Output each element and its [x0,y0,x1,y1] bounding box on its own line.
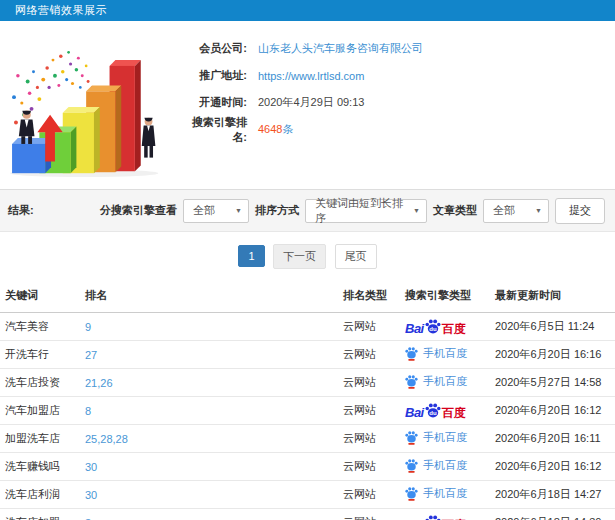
mobile-baidu-icon: 手机百度 [405,430,467,445]
keyword-cell: 洗车店投资 [0,369,80,397]
company-label: 会员公司: [182,41,247,56]
engine-cell: 手机百度 [400,425,490,453]
mobile-baidu-icon: 手机百度 [405,458,467,473]
baidu-paw-icon: du [425,402,441,420]
table-row: 加盟洗车店25,28,28云网站手机百度2020年6月20日 16:11 [0,425,615,453]
rank-type-cell: 云网站 [338,369,400,397]
rank-cell: 8 [80,397,338,425]
table-row: 洗车店投资21,26云网站手机百度2020年5月27日 14:58 [0,369,615,397]
updated-cell: 2020年6月18日 14:30 [490,509,615,520]
info-list: 会员公司: 山东老人头汽车服务咨询有限公司 推广地址: https://www.… [182,21,615,189]
rank-type-cell: 云网站 [338,481,400,509]
mobile-baidu-icon: 手机百度 [405,346,467,361]
info-row-open-time: 开通时间: 2020年4月29日 09:13 [182,89,615,116]
article-type-value: 全部 [493,203,515,218]
keyword-cell: 加盟洗车店 [0,425,80,453]
article-type-select[interactable]: 全部 ▼ [483,199,549,223]
engine-cell: Baidu百度 [400,313,490,341]
updated-cell: 2020年6月20日 16:12 [490,397,615,425]
svg-text:du: du [429,326,437,332]
table-row: 洗车店加盟3云网站Baidu百度2020年6月18日 14:30 [0,509,615,520]
table-row: 开洗车行27云网站手机百度2020年6月20日 16:16 [0,341,615,369]
engine-select-value: 全部 [193,203,215,218]
chevron-down-icon: ▼ [535,207,542,214]
baidu-paw-icon: du [425,318,441,336]
header-engine: 搜索引擎类型 [400,279,490,313]
table-row: 洗车店利润30云网站手机百度2020年6月18日 14:27 [0,481,615,509]
page-1-button[interactable]: 1 [238,245,264,267]
table-row: 汽车美容9云网站Baidu百度2020年6月5日 11:24 [0,313,615,341]
engine-cell: 手机百度 [400,481,490,509]
engine-cell: 手机百度 [400,369,490,397]
info-row-company: 会员公司: 山东老人头汽车服务咨询有限公司 [182,35,615,62]
mobile-baidu-icon: 手机百度 [405,486,467,501]
header-keyword: 关键词 [0,279,80,313]
table-row: 汽车加盟店8云网站Baidu百度2020年6月20日 16:12 [0,397,615,425]
baidu-logo: Baidu百度 [405,318,466,335]
company-link[interactable]: 山东老人头汽车服务咨询有限公司 [258,41,423,56]
rank-cell: 9 [80,313,338,341]
table-row: 洗车赚钱吗30云网站手机百度2020年6月20日 16:12 [0,453,615,481]
sort-select[interactable]: 关键词由短到长排序 ▼ [305,199,427,223]
submit-button[interactable]: 提交 [555,198,605,224]
last-page-button[interactable]: 尾页 [335,244,377,269]
results-table-head: 关键词 排名 排名类型 搜索引擎类型 最新更新时间 [0,279,615,313]
keyword-cell: 洗车店利润 [0,481,80,509]
rank-link[interactable]: 3 [85,517,91,520]
growth-chart-illustration [0,21,182,181]
results-table: 关键词 排名 排名类型 搜索引擎类型 最新更新时间 汽车美容9云网站Baidu百… [0,279,615,520]
rank-type-cell: 云网站 [338,425,400,453]
header-updated: 最新更新时间 [490,279,615,313]
updated-cell: 2020年6月20日 16:12 [490,453,615,481]
baidu-logo: Baidu百度 [405,514,466,520]
mobile-baidu-icon: 手机百度 [405,374,467,389]
open-time-value: 2020年4月29日 09:13 [258,95,364,110]
sort-select-value: 关键词由短到长排序 [315,196,405,226]
engine-cell: 手机百度 [400,341,490,369]
keyword-cell: 洗车店加盟 [0,509,80,520]
engine-select[interactable]: 全部 ▼ [183,199,249,223]
result-label: 结果: [8,203,34,218]
rank-link[interactable]: 8 [85,405,91,417]
ranking-count: 4648条 [258,122,293,137]
keyword-cell: 洗车赚钱吗 [0,453,80,481]
header-rank: 排名 [80,279,338,313]
rank-link[interactable]: 30 [85,489,97,501]
page-title: 网络营销效果展示 [15,4,107,16]
sort-filter-label: 排序方式 [255,203,299,218]
info-row-ranking: 搜索引擎排名: 4648条 [182,116,615,143]
ranking-label: 搜索引擎排名: [182,115,247,145]
rank-link[interactable]: 25,28,28 [85,433,128,445]
next-page-button[interactable]: 下一页 [273,244,326,269]
rank-cell: 21,26 [80,369,338,397]
rank-cell: 30 [80,453,338,481]
engine-cell: Baidu百度 [400,509,490,520]
rank-cell: 30 [80,481,338,509]
pagination: 1 下一页 尾页 [0,232,615,279]
page: 网络营销效果展示 [0,0,615,520]
results-bar: 结果: 分搜索引擎查看 全部 ▼ 排序方式 关键词由短到长排序 ▼ 文章类型 全… [0,189,615,232]
info-row-url: 推广地址: https://www.lrtlsd.com [182,62,615,89]
rank-link[interactable]: 27 [85,349,97,361]
rank-type-cell: 云网站 [338,397,400,425]
engine-cell: Baidu百度 [400,397,490,425]
rank-link[interactable]: 21,26 [85,377,113,389]
engine-filter-label: 分搜索引擎查看 [100,203,177,218]
rank-cell: 27 [80,341,338,369]
filter-group: 分搜索引擎查看 全部 ▼ 排序方式 关键词由短到长排序 ▼ 文章类型 全部 ▼ … [100,198,605,224]
rank-link[interactable]: 9 [85,321,91,333]
baidu-logo: Baidu百度 [405,402,466,419]
chevron-down-icon: ▼ [413,207,420,214]
promo-url-label: 推广地址: [182,68,247,83]
rank-type-cell: 云网站 [338,341,400,369]
article-type-label: 文章类型 [433,203,477,218]
promo-url-link[interactable]: https://www.lrtlsd.com [258,70,364,82]
rank-link[interactable]: 30 [85,461,97,473]
header-rank-type: 排名类型 [338,279,400,313]
rank-type-cell: 云网站 [338,313,400,341]
updated-cell: 2020年6月20日 16:11 [490,425,615,453]
rank-type-cell: 云网站 [338,453,400,481]
rank-cell: 3 [80,509,338,520]
keyword-cell: 汽车美容 [0,313,80,341]
chevron-down-icon: ▼ [235,207,242,214]
